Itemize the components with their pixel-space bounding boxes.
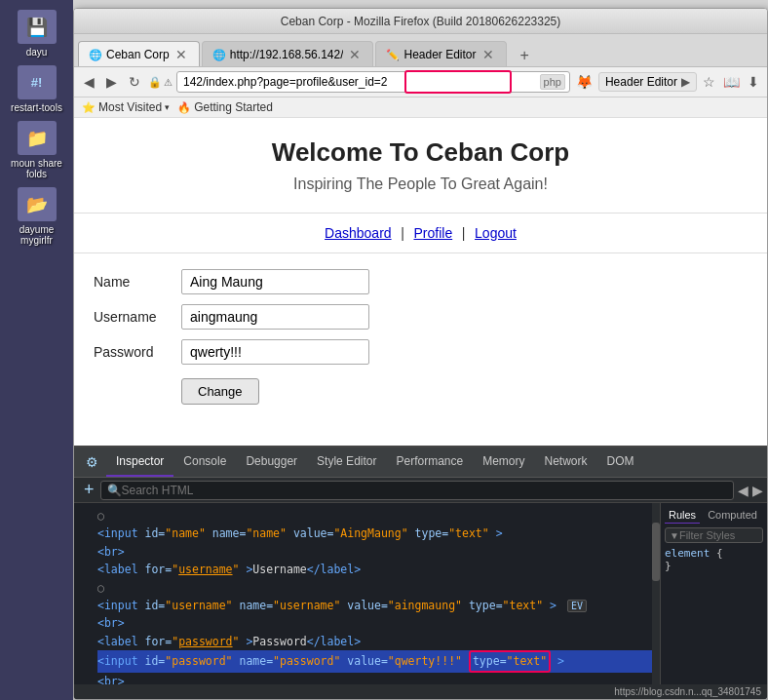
devtools-search-input[interactable] [122, 484, 727, 497]
folder-icon: 📁 [18, 121, 57, 155]
page-nav: Dashboard | Profile | Logout [74, 214, 767, 253]
html-line-input-name[interactable]: <input id="name" name="name" value="Aing… [97, 525, 644, 542]
tab-bar: 🌐 Ceban Corp ✕ 🌐 http://192.168.56.142/ … [74, 34, 767, 67]
bookmark-most-visited[interactable]: ⭐ Most Visited ▾ [82, 100, 170, 114]
html-line-label-password[interactable]: <label for="password" >Password</label> [97, 633, 644, 650]
password-input[interactable] [181, 339, 369, 365]
security-icons: 🔒 ⚠ [148, 76, 173, 89]
browser-title: Ceban Corp - Mozilla Firefox (Build 2018… [281, 15, 561, 28]
dayu-icon: 💾 [18, 10, 57, 44]
desktop-icon-restart[interactable]: #! restart-tools [5, 65, 68, 113]
tab-ceban-title: Ceban Corp [106, 48, 170, 61]
username-input[interactable] [181, 304, 369, 330]
scrollbar-thumb[interactable] [652, 523, 660, 581]
tab-url-favicon: 🌐 [212, 48, 226, 61]
url-bar: ◀ ▶ ↻ 🔒 ⚠ php 🦊 Header Editor ▶ ☆ 📖 ⬇ [74, 67, 767, 97]
element-rule: element {} [665, 547, 763, 572]
nav-sep-1: | [401, 225, 404, 241]
search-icon: 🔍 [107, 484, 122, 497]
new-tab-button[interactable]: + [513, 45, 537, 66]
reload-button[interactable]: ↻ [125, 72, 144, 92]
url-input[interactable] [176, 71, 570, 93]
form-row-button: Change [94, 374, 748, 405]
devtools-prev-button[interactable]: ◀ [738, 483, 749, 498]
browser-window: Ceban Corp - Mozilla Firefox (Build 2018… [73, 8, 768, 700]
ev-icon: ⚠ [164, 77, 173, 88]
name-input[interactable] [181, 269, 369, 294]
html-line-circle2: ○ [97, 579, 644, 597]
dt-tab-performance[interactable]: Performance [386, 447, 473, 477]
dt-tab-network[interactable]: Network [535, 447, 597, 477]
download-icon[interactable]: ⬇ [746, 72, 761, 92]
filter-styles-input[interactable] [679, 529, 748, 541]
name-label: Name [94, 274, 181, 290]
tab-ceban-favicon: 🌐 [89, 48, 102, 61]
html-line-input-password[interactable]: <input id="password" name="password" val… [97, 650, 652, 672]
password-label: Password [94, 344, 181, 360]
devtools-icon[interactable]: ⚙ [78, 448, 106, 476]
header-editor-label: Header Editor [605, 75, 677, 89]
header-editor-arrow: ▶ [681, 75, 690, 89]
dt-tab-dom[interactable]: DOM [597, 447, 644, 477]
devtools-next-button[interactable]: ▶ [752, 483, 763, 498]
tab-url[interactable]: 🌐 http://192.168.56.142/ ✕ [202, 41, 374, 66]
dt-tab-inspector[interactable]: Inspector [106, 447, 173, 477]
devtools: ⚙ Inspector Console Debugger Style Edito… [74, 446, 767, 699]
desktop-icon-dayu[interactable]: 💾 dayu [5, 10, 68, 58]
url-input-wrapper: php [176, 71, 570, 93]
tab-url-close[interactable]: ✕ [347, 47, 363, 62]
rules-panel: Rules Computed ▼ element {} [660, 503, 767, 684]
html-line-input-username[interactable]: <input id="username" name="username" val… [97, 597, 644, 614]
devtools-toolbar: + 🔍 ◀ ▶ [74, 478, 767, 503]
devtools-search-box[interactable]: 🔍 [100, 481, 734, 500]
form-row-name: Name [94, 269, 748, 294]
desktop-icon-dayume[interactable]: 📂 dayume mygirlfr [5, 187, 68, 246]
rules-tab-rules[interactable]: Rules [665, 507, 700, 524]
page-title: Welcome To Ceban Corp [94, 137, 748, 168]
bookmark-icon[interactable]: ☆ [701, 72, 717, 92]
tab-ceban[interactable]: 🌐 Ceban Corp ✕ [78, 41, 200, 66]
html-panel-scrollbar[interactable] [652, 503, 660, 684]
reader-icon[interactable]: 📖 [721, 72, 742, 92]
lock-icon: 🔒 [148, 76, 162, 89]
devtools-bottom-bar: https://blog.csdn.n...qq_34801745 [74, 684, 767, 699]
html-line-label-username[interactable]: <label for="username" >Username</label> [97, 561, 644, 578]
most-visited-icon: ⭐ [82, 101, 96, 114]
change-button[interactable]: Change [181, 378, 259, 405]
dayume-label: dayume mygirlfr [5, 224, 68, 246]
page-content: Welcome To Ceban Corp Inspiring The Peop… [74, 118, 767, 446]
html-panel: ○ <input id="name" name="name" value="Ai… [74, 503, 652, 684]
folder-label: moun share folds [5, 158, 68, 179]
rules-tabs: Rules Computed [665, 507, 763, 524]
dt-tab-console[interactable]: Console [173, 447, 236, 477]
tab-he-close[interactable]: ✕ [480, 47, 496, 62]
forward-button[interactable]: ▶ [102, 72, 121, 92]
bookmark-getting-started[interactable]: 🔥 Getting Started [177, 100, 273, 114]
dt-tab-debugger[interactable]: Debugger [236, 447, 307, 477]
most-visited-label: Most Visited [98, 100, 162, 114]
nav-profile[interactable]: Profile [413, 225, 452, 241]
back-button[interactable]: ◀ [80, 72, 98, 92]
tab-ceban-close[interactable]: ✕ [173, 47, 189, 62]
devtools-add-button[interactable]: + [78, 480, 100, 500]
form-area: Name Username Password Change [74, 253, 767, 430]
header-editor-bar[interactable]: Header Editor ▶ [598, 72, 697, 92]
dt-tab-memory[interactable]: Memory [473, 447, 534, 477]
rules-tab-computed[interactable]: Computed [704, 507, 761, 524]
title-bar: Ceban Corp - Mozilla Firefox (Build 2018… [74, 9, 767, 34]
desktop-icon-folder[interactable]: 📁 moun share folds [5, 121, 68, 179]
nav-sep-2: | [462, 225, 466, 241]
desktop-sidebar: 💾 dayu #! restart-tools 📁 moun share fol… [0, 0, 73, 700]
devtools-nav-buttons: ◀ ▶ [738, 483, 763, 498]
form-row-password: Password [94, 339, 748, 365]
devtools-tab-bar: ⚙ Inspector Console Debugger Style Edito… [74, 447, 767, 478]
nav-dashboard[interactable]: Dashboard [325, 225, 392, 241]
tab-header-editor[interactable]: ✏️ Header Editor ✕ [375, 41, 506, 66]
username-label: Username [94, 309, 181, 325]
filter-styles-box[interactable]: ▼ [665, 527, 763, 543]
dt-tab-style-editor[interactable]: Style Editor [307, 447, 386, 477]
filter-icon: ▼ [670, 530, 679, 541]
dayume-icon: 📂 [18, 187, 57, 221]
nav-logout[interactable]: Logout [475, 225, 517, 241]
getting-started-label: Getting Started [194, 100, 273, 114]
